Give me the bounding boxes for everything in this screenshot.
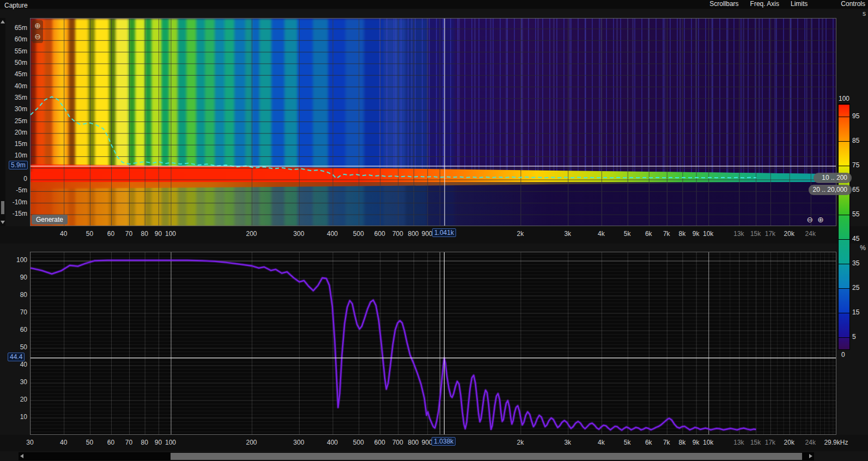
y-tick-label--5m: -5m xyxy=(16,186,27,194)
x-tick-label-100: 100 xyxy=(165,230,176,238)
x-tick-label-60: 60 xyxy=(107,230,114,238)
x-tick-label-60: 60 xyxy=(107,439,114,446)
x-tick-label-800: 800 xyxy=(408,439,419,446)
y-tick-label--15m: -15m xyxy=(13,210,27,217)
spectrogram-plot-area[interactable]: ⊕ ⊖ ⊖⊕ Generate xyxy=(30,18,836,226)
horizontal-scrollbar-thumb[interactable] xyxy=(171,453,802,460)
legend-segment-100-95 xyxy=(839,104,849,117)
y-tick-label-60: 60 xyxy=(20,326,27,333)
bottom-chart-y-axis-labels: 100908070605040302010 xyxy=(0,240,28,452)
bottom-crosshair-percent-value: 44.4 xyxy=(8,353,25,361)
menu-item-limits[interactable]: Limits xyxy=(791,0,808,8)
color-scale-bar xyxy=(838,104,850,350)
x-tick-label-200: 200 xyxy=(246,230,257,238)
zoom-out-icon[interactable]: ⊖ xyxy=(32,31,43,42)
x-tick-label-15k: 15k xyxy=(750,230,761,238)
legend-label-0: 0 xyxy=(841,351,845,359)
scroll-down-icon[interactable] xyxy=(1,221,5,224)
y-tick-label-70: 70 xyxy=(20,308,27,316)
scroll-right-icon[interactable] xyxy=(809,454,812,458)
spectrogram-overlay-svg xyxy=(31,19,836,226)
y-tick-label-50m: 50m xyxy=(15,59,27,66)
x-tick-label-800: 800 xyxy=(408,230,419,238)
legend-segment-95-85 xyxy=(839,117,849,141)
x-tick-label-90: 90 xyxy=(155,439,162,446)
y-tick-label-40: 40 xyxy=(20,361,27,368)
x-tick-label-13k: 13k xyxy=(733,439,744,446)
legend-segment-5-0 xyxy=(839,337,849,350)
y-tick-label-55m: 55m xyxy=(15,47,27,55)
x-tick-label-13k: 13k xyxy=(733,230,744,238)
x-tick-label-4k: 4k xyxy=(598,230,605,238)
legend-segment-45-35 xyxy=(839,239,849,264)
x-tick-label-70: 70 xyxy=(125,230,132,238)
x-tick-label-17k: 17k xyxy=(765,230,775,238)
y-tick-label-50: 50 xyxy=(20,343,27,351)
horizontal-zoom-control: ⊖⊕ xyxy=(807,215,828,224)
x-tick-label-24k: 24k xyxy=(805,230,816,238)
vertical-scrollbar[interactable] xyxy=(0,18,5,226)
legend-segment-25-15 xyxy=(839,288,849,313)
legend-label-100: 100 xyxy=(839,95,849,102)
range-20-20000-button[interactable]: 20 .. 20,000 xyxy=(809,185,852,195)
menu-bar: Capture ScrollbarsFreq. AxisLimitsContro… xyxy=(0,0,868,9)
x-tick-label-40: 40 xyxy=(60,439,67,446)
x-tick-label-5k: 5k xyxy=(624,439,631,446)
percent-chart-svg xyxy=(31,252,836,434)
x-tick-label-29.9kHz: 29.9kHz xyxy=(824,439,848,446)
x-tick-label-400: 400 xyxy=(327,230,338,238)
menu-item-scrollbars[interactable]: Scrollbars xyxy=(709,0,738,8)
y-tick-label-10: 10 xyxy=(20,413,27,421)
x-tick-label-500: 500 xyxy=(353,230,364,238)
vertical-scrollbar-thumb[interactable] xyxy=(1,201,4,214)
x-tick-label-15k: 15k xyxy=(750,439,761,446)
x-tick-label-90: 90 xyxy=(155,230,162,238)
x-tick-label-6k: 6k xyxy=(645,439,652,446)
x-tick-label-8k: 8k xyxy=(679,439,686,446)
rew-spectrogram-window: Capture ScrollbarsFreq. AxisLimitsContro… xyxy=(0,0,868,461)
x-tick-label-400: 400 xyxy=(327,439,338,446)
legend-segment-15-5 xyxy=(839,313,849,337)
legend-label-75: 75 xyxy=(852,161,859,169)
legend-segment-55-45 xyxy=(839,215,849,239)
x-tick-label-30: 30 xyxy=(26,439,33,446)
x-tick-label-2k: 2k xyxy=(517,439,524,446)
y-tick-label-0: 0 xyxy=(23,175,27,183)
legend-label-55: 55 xyxy=(852,210,859,218)
zoom-in-icon[interactable]: ⊕ xyxy=(32,20,43,31)
horizontal-scrollbar[interactable] xyxy=(19,452,814,460)
zoom-out-icon[interactable]: ⊖ xyxy=(807,215,818,224)
x-tick-label-9k: 9k xyxy=(693,230,700,238)
range-10-200-button[interactable]: 10 .. 200 xyxy=(814,173,852,183)
generate-button[interactable]: Generate xyxy=(32,215,68,225)
scroll-up-icon[interactable] xyxy=(1,20,5,23)
y-tick-label-10m: 10m xyxy=(15,151,27,159)
percent-chart-plot-area[interactable] xyxy=(30,252,836,435)
y-tick-label-30m: 30m xyxy=(15,105,27,113)
x-tick-label-600: 600 xyxy=(374,230,385,238)
x-tick-label-500: 500 xyxy=(353,439,364,446)
x-tick-label-3k: 3k xyxy=(564,230,571,238)
legend-segment-85-75 xyxy=(839,141,849,166)
y-tick-label-80: 80 xyxy=(20,291,27,299)
x-tick-label-300: 300 xyxy=(293,230,304,238)
x-tick-label-7k: 7k xyxy=(663,230,670,238)
y-tick-label-15m: 15m xyxy=(15,140,27,148)
x-tick-label-80: 80 xyxy=(141,439,148,446)
legend-label-25: 25 xyxy=(852,284,859,292)
y-tick-label-45m: 45m xyxy=(15,70,27,78)
scroll-left-icon[interactable] xyxy=(20,454,23,458)
menu-item-controls[interactable]: Controls xyxy=(841,0,865,8)
x-tick-label-700: 700 xyxy=(392,230,403,238)
y-tick-label-30: 30 xyxy=(20,378,27,386)
color-scale-legend: 10095857565554535251550 xyxy=(838,93,868,362)
legend-segment-35-25 xyxy=(839,264,849,288)
bottom-crosshair-frequency-value: 1.038k xyxy=(432,437,456,446)
x-tick-label-24k: 24k xyxy=(805,439,816,446)
menu-item-freq-axis[interactable]: Freq. Axis xyxy=(750,0,779,8)
x-tick-label-300: 300 xyxy=(293,439,304,446)
x-tick-label-17k: 17k xyxy=(765,439,775,446)
zoom-in-icon[interactable]: ⊕ xyxy=(817,215,828,224)
x-tick-label-100: 100 xyxy=(165,439,176,446)
x-tick-label-70: 70 xyxy=(125,439,132,446)
